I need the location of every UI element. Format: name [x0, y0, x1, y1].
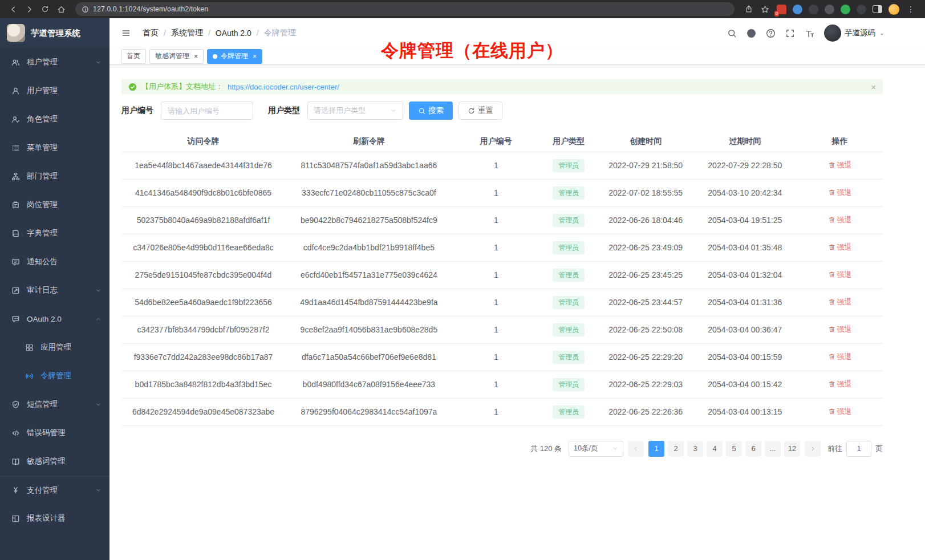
filter-form: 用户编号 用户类型 请选择用户类型 搜索 重置	[121, 102, 883, 120]
breadcrumb-item[interactable]: 首页	[143, 28, 159, 38]
user-type-badge: 管理员	[553, 405, 585, 419]
refresh-token-cell: 811c530487574fa0af1a59d3abc1aa66	[285, 152, 453, 179]
force-logout-button[interactable]: 强退	[828, 379, 852, 389]
share-icon[interactable]	[741, 2, 756, 17]
sidebar-item-tenant[interactable]: 租户管理	[0, 48, 109, 76]
chevron-down-icon	[612, 445, 618, 452]
browser-home-icon[interactable]	[54, 2, 68, 17]
site-info-icon[interactable]	[82, 6, 89, 13]
sidebar-item-sensitive-word[interactable]: 敏感词管理	[0, 447, 109, 476]
annotation-text: 令牌管理（在线用户）	[381, 39, 563, 63]
page-size-select[interactable]: 10条/页	[569, 441, 623, 457]
force-logout-button[interactable]: 强退	[828, 242, 852, 253]
fullscreen-icon[interactable]	[785, 29, 795, 38]
table-row: 6d842e2924594de9a09e45e087323abe8796295f…	[121, 398, 883, 425]
breadcrumb-item[interactable]: OAuth 2.0	[216, 29, 251, 38]
sidebar-item-notice[interactable]: 通知公告	[0, 247, 109, 276]
sidebar-item-label: 通知公告	[27, 257, 58, 267]
reset-button[interactable]: 重置	[459, 102, 502, 120]
breadcrumb-item[interactable]: 系统管理	[171, 28, 203, 38]
sidebar-item-label: 令牌管理	[40, 371, 71, 381]
tab-sensitive-word[interactable]: 敏感词管理×	[149, 49, 204, 64]
sidebar-item-post[interactable]: 岗位管理	[0, 190, 109, 219]
expire-time-cell: 2054-03-04 00:15:59	[693, 343, 797, 371]
check-circle-icon	[128, 83, 137, 91]
help-icon[interactable]	[766, 29, 776, 38]
pagination-page-2[interactable]: 2	[668, 441, 684, 457]
sidebar-item-oauth2-application[interactable]: 应用管理	[0, 333, 109, 362]
pagination-page-3[interactable]: 3	[687, 441, 703, 457]
search-icon[interactable]	[727, 29, 737, 38]
sidebar-item-dict[interactable]: 字典管理	[0, 219, 109, 247]
sidebar-item-menu[interactable]: 菜单管理	[0, 133, 109, 162]
sidebar-item-oauth2-token[interactable]: 令牌管理	[0, 362, 109, 390]
user-id-input[interactable]	[161, 102, 253, 120]
force-logout-button[interactable]: 强退	[828, 160, 852, 171]
tab-token[interactable]: 令牌管理×	[207, 49, 262, 64]
force-logout-button[interactable]: 强退	[828, 188, 852, 198]
pagination-page-4[interactable]: 4	[707, 441, 723, 457]
search-button[interactable]: 搜索	[409, 102, 453, 120]
sidebar-item-role[interactable]: 角色管理	[0, 105, 109, 133]
chevron-down-icon	[95, 287, 102, 294]
expire-time-cell: 2054-03-04 19:51:25	[693, 206, 797, 234]
sidebar-item-report-designer[interactable]: 报表设计器	[0, 504, 109, 533]
user-type-select[interactable]: 请选择用户类型	[307, 102, 403, 120]
browser-reload-icon[interactable]	[38, 2, 52, 17]
chevron-down-icon	[95, 401, 102, 408]
bookmark-star-icon[interactable]	[757, 2, 772, 17]
browser-menu-icon[interactable]: ⋮	[906, 5, 916, 14]
extension-icon[interactable]	[793, 5, 802, 14]
notice-icon	[11, 258, 20, 266]
sidebar-item-pay[interactable]: 支付管理	[0, 476, 109, 504]
table-row: 502375b8040a469a9b82188afdf6af1fbe90422b…	[121, 206, 883, 234]
active-tab-dot-icon	[213, 54, 217, 59]
user-type-label: 用户类型	[268, 105, 300, 116]
sidebar-item-user[interactable]: 用户管理	[0, 76, 109, 105]
browser-back-icon[interactable]	[6, 2, 21, 17]
github-icon[interactable]	[747, 29, 756, 38]
jump-page-input[interactable]	[846, 441, 871, 457]
create-time-cell: 2022-06-25 22:29:03	[598, 371, 693, 398]
sidebar-item-audit-log[interactable]: 审计日志	[0, 276, 109, 305]
force-logout-button[interactable]: 强退	[828, 324, 852, 335]
page-size-value: 10条/页	[574, 444, 598, 453]
close-icon[interactable]: ×	[194, 53, 198, 60]
force-logout-button[interactable]: 强退	[828, 407, 852, 417]
force-logout-button[interactable]: 强退	[828, 270, 852, 280]
extension-icon[interactable]	[825, 5, 834, 14]
extension-icon[interactable]: 0	[777, 5, 786, 14]
extensions-puzzle-icon[interactable]	[857, 5, 866, 14]
user-type-badge: 管理员	[553, 214, 585, 227]
pagination-page-12[interactable]: 12	[784, 441, 800, 457]
user-menu[interactable]: 芋道源码	[824, 25, 885, 42]
app-logo[interactable]: 芋道管理系统	[0, 18, 109, 48]
sidebar-item-sms[interactable]: 短信管理	[0, 390, 109, 419]
pagination-page-1[interactable]: 1	[648, 441, 664, 457]
doc-link[interactable]: https://doc.iocoder.cn/user-center/	[228, 83, 339, 91]
sidebar-item-label: 支付管理	[27, 485, 58, 496]
pagination-page-6[interactable]: 6	[745, 441, 761, 457]
user-id-cell: 1	[453, 371, 539, 398]
address-bar[interactable]: 127.0.0.1:1024/system/oauth2/token	[75, 2, 735, 16]
sidebar-item-error-code[interactable]: 错误码管理	[0, 419, 109, 447]
sidebar-panel-icon[interactable]	[873, 5, 882, 13]
extension-icon[interactable]	[809, 5, 818, 14]
pagination-prev-button[interactable]	[628, 441, 644, 457]
force-logout-button[interactable]: 强退	[828, 297, 852, 307]
menu-fold-icon[interactable]	[119, 26, 133, 40]
extension-icon[interactable]	[841, 5, 850, 14]
pagination-next-button[interactable]	[805, 441, 821, 457]
sidebar-item-dept[interactable]: 部门管理	[0, 162, 109, 190]
sidebar-item-oauth2[interactable]: OAuth 2.0	[0, 305, 109, 333]
font-size-icon[interactable]	[805, 29, 814, 38]
close-icon[interactable]: ×	[253, 53, 257, 60]
force-logout-button[interactable]: 强退	[828, 215, 852, 225]
tab-home[interactable]: 首页	[121, 49, 146, 64]
force-logout-button[interactable]: 强退	[828, 352, 852, 362]
pagination-more-button[interactable]: ...	[765, 441, 781, 457]
pagination-page-5[interactable]: 5	[726, 441, 742, 457]
browser-profile-avatar[interactable]	[889, 4, 899, 15]
browser-forward-icon[interactable]	[22, 2, 36, 17]
close-icon[interactable]: ×	[871, 83, 876, 91]
